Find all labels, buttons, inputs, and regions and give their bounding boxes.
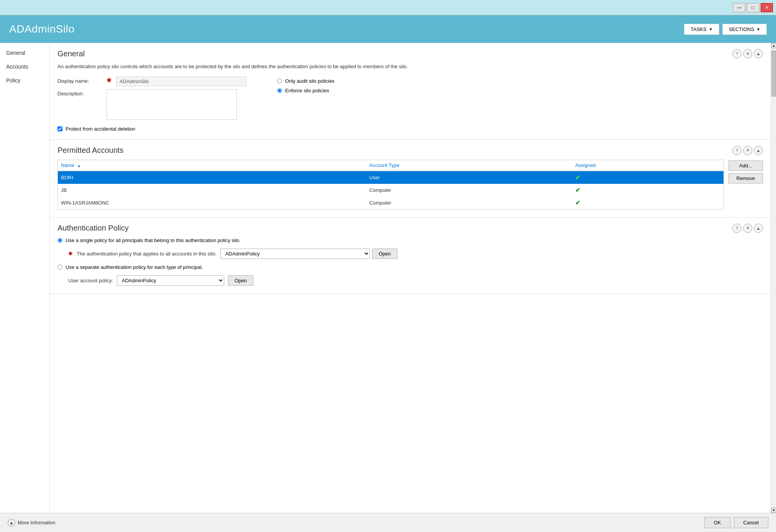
permitted-accounts-title: Permitted Accounts — [57, 146, 123, 155]
accounts-table-container: Name ▲ Account Type Assigned — [57, 160, 763, 210]
general-section-title: General — [57, 49, 85, 58]
col-account-type[interactable]: Account Type — [366, 160, 572, 171]
accounts-table-wrapper: Name ▲ Account Type Assigned — [57, 160, 724, 210]
table-row[interactable]: WIN-1ASRJAM8ONCComputer✔ — [58, 196, 724, 209]
header-buttons: TASKS ▼ SECTIONS ▼ — [684, 24, 767, 35]
display-name-label: Display name: — [57, 77, 103, 84]
sections-button[interactable]: SECTIONS ▼ — [722, 24, 767, 35]
sidebar-item-policy[interactable]: Policy — [0, 74, 49, 87]
minimize-button[interactable]: — — [733, 3, 745, 12]
window-controls: — □ ✕ — [733, 3, 773, 12]
required-star: ✱ — [107, 77, 112, 84]
bottom-spacer — [50, 294, 771, 309]
policy-radio-group: Only audit silo policies Enforce silo po… — [277, 77, 335, 93]
single-policy-radio[interactable] — [57, 238, 62, 243]
more-info-icon: ▲ — [8, 519, 15, 527]
accounts-help-button[interactable]: ? — [732, 146, 742, 155]
col-assigned[interactable]: Assigned — [572, 160, 724, 171]
enforce-radio[interactable] — [277, 88, 282, 93]
name-sort-arrow: ▲ — [77, 164, 81, 168]
table-row[interactable]: BOfHUser✔ — [58, 171, 724, 184]
general-description: An authentication policy silo controls w… — [57, 63, 763, 70]
policy-open-button[interactable]: Open — [372, 249, 397, 259]
ok-button[interactable]: OK — [704, 517, 731, 528]
protect-checkbox-row: Protect from accidental deletion — [57, 126, 763, 132]
permitted-accounts-controls: ? ✕ ▲ — [732, 146, 763, 155]
accounts-collapse-button[interactable]: ▲ — [754, 146, 763, 155]
auth-help-button[interactable]: ? — [732, 224, 742, 233]
general-help-button[interactable]: ? — [732, 49, 742, 58]
separate-policy-label: Use a separate authentication policy for… — [66, 264, 203, 270]
maximize-button[interactable]: □ — [747, 3, 759, 12]
display-name-row: Display name: ✱ — [57, 77, 246, 86]
title-bar: — □ ✕ — [0, 0, 776, 15]
tasks-dropdown-arrow: ▼ — [709, 27, 713, 31]
main-layout: General Accounts Policy General ? ✕ ▲ — [0, 43, 776, 513]
user-account-policy-label: User account policy: — [68, 278, 113, 283]
auth-collapse-button[interactable]: ▲ — [754, 224, 763, 233]
single-policy-radio-item[interactable]: Use a single policy for all principals t… — [57, 237, 763, 243]
user-policy-open-button[interactable]: Open — [228, 275, 253, 286]
protect-checkbox[interactable] — [57, 126, 62, 131]
display-name-input[interactable] — [116, 77, 246, 86]
audit-only-radio-item[interactable]: Only audit silo policies — [277, 78, 335, 84]
permitted-accounts-header: Permitted Accounts ? ✕ ▲ — [57, 146, 763, 155]
cell-account-type: User — [366, 171, 572, 184]
audit-only-label: Only audit silo policies — [285, 78, 335, 84]
table-row[interactable]: JBComputer✔ — [58, 184, 724, 196]
auth-policy-content: Use a single policy for all principals t… — [57, 237, 763, 286]
cell-account-type: Computer — [366, 184, 572, 196]
separate-policy-radio[interactable] — [57, 265, 62, 270]
scroll-down-arrow[interactable]: ▼ — [771, 507, 776, 513]
audit-only-radio[interactable] — [277, 79, 282, 83]
scroll-up-arrow[interactable]: ▲ — [771, 43, 776, 48]
user-account-policy-row: User account policy: ADAdminPolicy Open — [68, 275, 763, 286]
cell-name: BOfH — [58, 171, 366, 184]
col-name[interactable]: Name ▲ — [58, 160, 366, 171]
scrollbar-thumb[interactable] — [771, 51, 776, 97]
auth-policy-title: Authentication Policy — [57, 224, 129, 232]
tasks-button[interactable]: TASKS ▼ — [684, 24, 719, 35]
cancel-button[interactable]: Cancel — [734, 517, 768, 528]
cell-assigned: ✔ — [572, 171, 724, 184]
accounts-close-button[interactable]: ✕ — [743, 146, 752, 155]
scrollbar[interactable]: ▲ ▼ — [771, 43, 776, 513]
sections-dropdown-arrow: ▼ — [756, 27, 760, 31]
table-header-row: Name ▲ Account Type Assigned — [58, 160, 724, 171]
accounts-table: Name ▲ Account Type Assigned — [58, 160, 724, 209]
general-close-button[interactable]: ✕ — [743, 49, 752, 58]
auth-policy-controls: ? ✕ ▲ — [732, 224, 763, 233]
policy-applies-row: ✱ The authentication policy that applies… — [68, 249, 763, 259]
cell-assigned: ✔ — [572, 196, 724, 209]
permitted-accounts-section: Permitted Accounts ? ✕ ▲ Nam — [50, 140, 771, 218]
sidebar: General Accounts Policy — [0, 43, 50, 513]
single-policy-label: Use a single policy for all principals t… — [66, 237, 241, 243]
remove-button[interactable]: Remove — [728, 173, 763, 183]
separate-policy-radio-item[interactable]: Use a separate authentication policy for… — [57, 264, 763, 270]
close-button[interactable]: ✕ — [761, 3, 773, 12]
auth-policy-header: Authentication Policy ? ✕ ▲ — [57, 224, 763, 233]
more-info-label: More Information — [18, 520, 55, 525]
cell-account-type: Computer — [366, 196, 572, 209]
more-info[interactable]: ▲ More Information — [8, 519, 55, 527]
sidebar-item-accounts[interactable]: Accounts — [0, 60, 49, 74]
enforce-label: Enforce silo policies — [285, 88, 329, 93]
general-section-header: General ? ✕ ▲ — [57, 49, 763, 58]
add-button[interactable]: Add... — [728, 160, 763, 171]
policy-select[interactable]: ADAdminPolicy — [220, 249, 370, 259]
auth-policy-section: Authentication Policy ? ✕ ▲ Use a single… — [50, 218, 771, 294]
cell-assigned: ✔ — [572, 184, 724, 196]
auth-close-button[interactable]: ✕ — [743, 224, 752, 233]
general-section-controls: ? ✕ ▲ — [732, 49, 763, 58]
description-textarea[interactable] — [107, 89, 237, 120]
description-row: Description: — [57, 89, 246, 120]
policy-applies-label: The authentication policy that applies t… — [77, 251, 217, 257]
cell-name: WIN-1ASRJAM8ONC — [58, 196, 366, 209]
user-account-policy-select[interactable]: ADAdminPolicy — [117, 275, 224, 286]
enforce-radio-item[interactable]: Enforce silo policies — [277, 88, 335, 93]
inner-content: General ? ✕ ▲ An authentication policy s… — [50, 43, 771, 513]
table-action-buttons: Add... Remove — [728, 160, 763, 210]
app-header: ADAdminSilo TASKS ▼ SECTIONS ▼ — [0, 15, 776, 43]
sidebar-item-general[interactable]: General — [0, 46, 49, 60]
general-collapse-button[interactable]: ▲ — [754, 49, 763, 58]
